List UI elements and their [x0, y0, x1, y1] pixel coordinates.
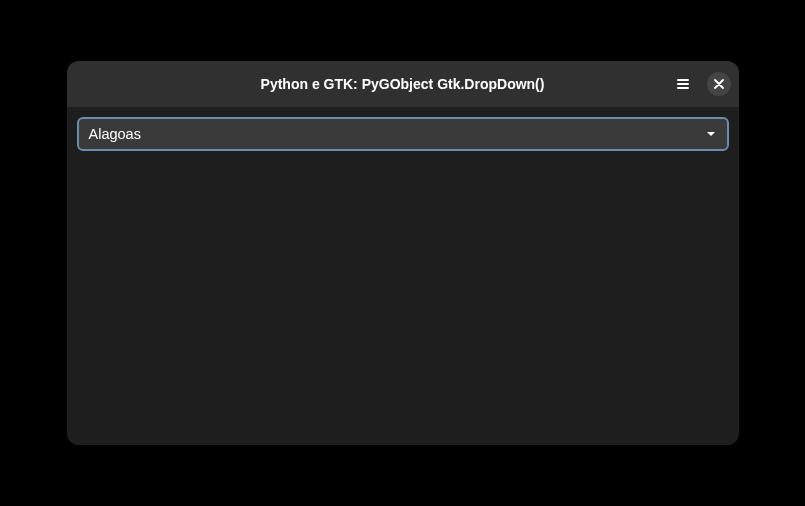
titlebar: Python e GTK: PyGObject Gtk.DropDown() [67, 61, 739, 107]
hamburger-menu-button[interactable] [671, 72, 695, 96]
chevron-down-icon [705, 128, 717, 140]
hamburger-icon [675, 76, 691, 92]
application-window: Python e GTK: PyGObject Gtk.DropDown() A… [67, 61, 739, 445]
svg-rect-0 [677, 79, 689, 81]
svg-rect-2 [677, 87, 689, 89]
content-area: Alagoas [67, 107, 739, 445]
window-title: Python e GTK: PyGObject Gtk.DropDown() [261, 76, 545, 92]
svg-rect-1 [677, 83, 689, 85]
close-button[interactable] [707, 72, 731, 96]
dropdown-selected-value: Alagoas [89, 126, 141, 142]
state-dropdown[interactable]: Alagoas [77, 117, 729, 151]
titlebar-controls [671, 72, 731, 96]
close-icon [714, 79, 724, 89]
